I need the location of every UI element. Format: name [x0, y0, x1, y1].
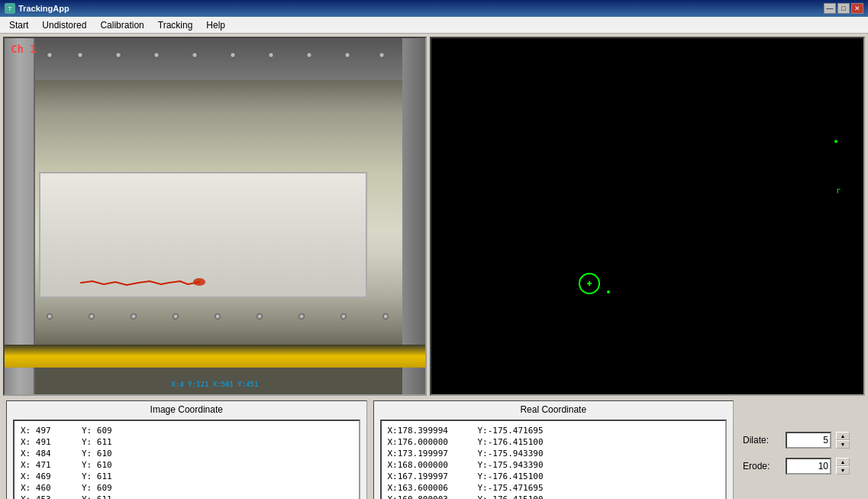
close-button[interactable]: ✕ [851, 3, 863, 14]
title-bar: T TrackingApp — □ ✕ [0, 0, 868, 17]
real-y-3: Y:-175.943390 [478, 460, 570, 470]
img-y-6: Y: 611 [82, 494, 127, 499]
real-x-5: X:163.600006 [388, 483, 472, 493]
window-title: TrackingApp [18, 4, 69, 13]
real-coordinate-panel: Real Coordinate X:178.399994 Y:-175.4716… [373, 400, 734, 499]
menu-undistored[interactable]: Undistored [36, 18, 92, 32]
real-y-4: Y:-176.415100 [478, 471, 570, 481]
tracking-path [5, 38, 425, 394]
minimize-button[interactable]: — [824, 3, 836, 14]
camera-view: Ch 1 X:4 Y:121 X:501 Y:451 [5, 38, 425, 394]
dilate-spinner: ▲ ▼ [836, 432, 850, 449]
img-x-5: X: 460 [21, 483, 66, 493]
menu-calibration[interactable]: Calibration [94, 18, 150, 32]
img-y-5: Y: 609 [82, 483, 127, 493]
img-x-2: X: 484 [21, 449, 66, 458]
green-dot-3 [607, 290, 610, 293]
real-x-0: X:178.399994 [388, 426, 472, 436]
tracking-view: r ↑ [431, 38, 863, 394]
img-x-0: X: 497 [21, 426, 66, 436]
real-y-0: Y:-175.471695 [478, 426, 570, 436]
real-x-6: X:160.800003 [388, 494, 472, 499]
image-coordinate-box: X: 497 Y: 609 X: 491 Y: 611 X: 484 Y: 61… [13, 420, 360, 499]
table-row: X: 453 Y: 611 [21, 494, 353, 499]
table-row: X:176.000000 Y:-176.415100 [388, 437, 720, 447]
img-y-0: Y: 609 [82, 426, 127, 436]
table-row: X:167.199997 Y:-176.415100 [388, 471, 720, 481]
green-circle-target [579, 273, 600, 294]
menu-bar: Start Undistored Calibration Tracking He… [0, 17, 868, 34]
table-row: X:173.199997 Y:-175.943390 [388, 449, 720, 458]
data-section: Image Coordinate X: 497 Y: 609 X: 491 Y:… [3, 396, 865, 499]
menu-tracking[interactable]: Tracking [152, 18, 199, 32]
img-x-1: X: 491 [21, 437, 66, 447]
dilate-up-button[interactable]: ▲ [836, 432, 850, 440]
real-y-5: Y:-175.471695 [478, 483, 570, 493]
img-x-3: X: 471 [21, 460, 66, 470]
controls-panel: Dilate: ▲ ▼ Erode: ▲ ▼ [740, 400, 862, 499]
window-controls: — □ ✕ [824, 3, 863, 14]
green-marker-1: r [836, 186, 841, 195]
menu-start[interactable]: Start [3, 18, 34, 32]
right-video-panel: r ↑ [430, 37, 865, 396]
img-y-4: Y: 611 [82, 471, 127, 481]
img-y-1: Y: 611 [82, 437, 127, 447]
img-y-2: Y: 610 [82, 449, 127, 458]
real-x-1: X:176.000000 [388, 437, 472, 447]
main-content: Ch 1 X:4 Y:121 X:501 Y:451 r [0, 34, 868, 499]
table-row: X: 469 Y: 611 [21, 471, 353, 481]
svg-point-0 [193, 278, 205, 286]
app-icon: T [5, 3, 15, 14]
left-video-panel: Ch 1 X:4 Y:121 X:501 Y:451 [3, 37, 427, 396]
coord-overlay: X:4 Y:121 X:501 Y:451 [172, 381, 259, 388]
real-x-3: X:168.000000 [388, 460, 472, 470]
table-row: X:178.399994 Y:-175.471695 [388, 426, 720, 436]
dilate-label: Dilate: [743, 435, 781, 446]
erode-control: Erode: ▲ ▼ [743, 458, 859, 475]
img-y-3: Y: 610 [82, 460, 127, 470]
table-row: X:163.600006 Y:-175.471695 [388, 483, 720, 493]
image-coordinate-title: Image Coordinate [13, 404, 360, 415]
green-dot-1 [834, 140, 837, 143]
erode-down-button[interactable]: ▼ [836, 466, 850, 475]
real-coordinate-box: X:178.399994 Y:-175.471695 X:176.000000 … [380, 420, 728, 499]
maximize-button[interactable]: □ [837, 3, 850, 14]
image-coordinate-panel: Image Coordinate X: 497 Y: 609 X: 491 Y:… [6, 400, 367, 499]
real-x-4: X:167.199997 [388, 471, 472, 481]
table-row: X:168.000000 Y:-175.943390 [388, 460, 720, 470]
table-row: X:160.800003 Y:-176.415100 [388, 494, 720, 499]
channel-label: Ch 1 [11, 43, 37, 55]
real-y-6: Y:-176.415100 [478, 494, 570, 499]
table-row: X: 491 Y: 611 [21, 437, 353, 447]
erode-up-button[interactable]: ▲ [836, 458, 850, 466]
dilate-input[interactable] [786, 432, 831, 449]
menu-help[interactable]: Help [200, 18, 231, 32]
table-row: X: 471 Y: 610 [21, 460, 353, 470]
real-x-2: X:173.199997 [388, 449, 472, 458]
real-y-2: Y:-175.943390 [478, 449, 570, 458]
table-row: X: 460 Y: 609 [21, 483, 353, 493]
table-row: X: 497 Y: 609 [21, 426, 353, 436]
img-x-4: X: 469 [21, 471, 66, 481]
erode-label: Erode: [743, 461, 781, 471]
img-x-6: X: 453 [21, 494, 66, 499]
video-row: Ch 1 X:4 Y:121 X:501 Y:451 r [3, 37, 865, 396]
dilate-control: Dilate: ▲ ▼ [743, 432, 859, 449]
real-y-1: Y:-176.415100 [478, 437, 570, 447]
real-coordinate-title: Real Coordinate [380, 404, 728, 415]
erode-input[interactable] [786, 458, 831, 475]
erode-spinner: ▲ ▼ [836, 458, 850, 475]
dilate-down-button[interactable]: ▼ [836, 440, 850, 449]
table-row: X: 484 Y: 610 [21, 449, 353, 458]
